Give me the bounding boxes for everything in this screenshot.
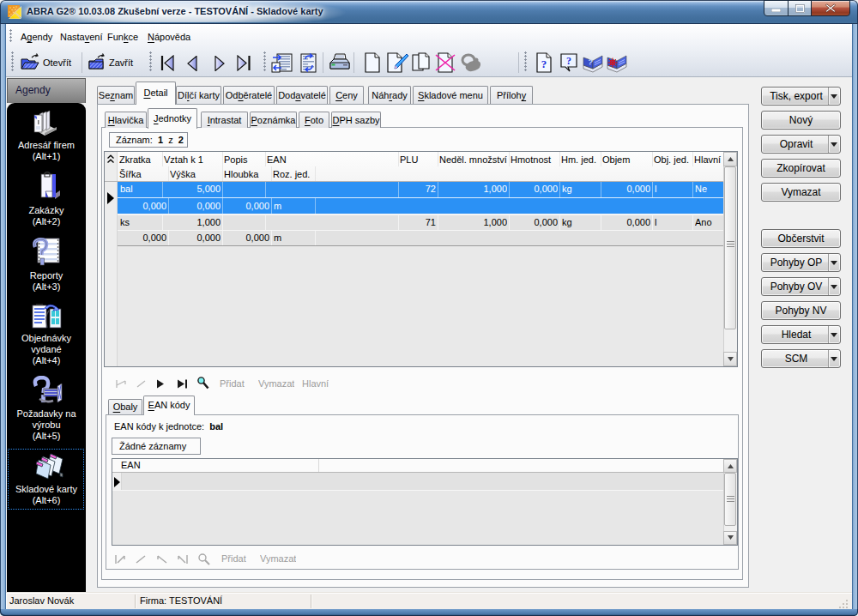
svg-text:?: ? [566, 55, 571, 67]
svg-text:?: ? [541, 57, 547, 70]
